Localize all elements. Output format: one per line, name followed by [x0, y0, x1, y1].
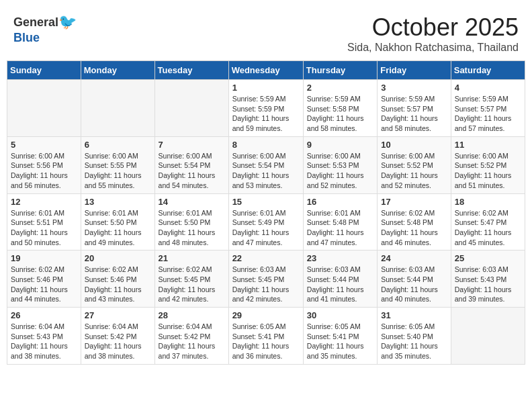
- calendar-week-row: 19Sunrise: 6:02 AM Sunset: 5:46 PM Dayli…: [7, 250, 525, 308]
- calendar-week-row: 1Sunrise: 5:59 AM Sunset: 5:59 PM Daylig…: [7, 80, 525, 137]
- day-number: 19: [11, 253, 77, 263]
- day-info: Sunrise: 6:00 AM Sunset: 5:52 PM Dayligh…: [455, 151, 521, 191]
- day-of-week-header: Thursday: [303, 61, 377, 80]
- calendar-cell: 23Sunrise: 6:03 AM Sunset: 5:44 PM Dayli…: [303, 250, 377, 308]
- day-info: Sunrise: 6:00 AM Sunset: 5:56 PM Dayligh…: [11, 151, 77, 191]
- day-number: 29: [232, 310, 300, 320]
- day-info: Sunrise: 6:02 AM Sunset: 5:46 PM Dayligh…: [11, 265, 77, 304]
- day-number: 11: [455, 140, 521, 150]
- calendar-cell: 1Sunrise: 5:59 AM Sunset: 5:59 PM Daylig…: [228, 80, 303, 137]
- day-info: Sunrise: 6:02 AM Sunset: 5:48 PM Dayligh…: [381, 208, 447, 248]
- day-info: Sunrise: 6:03 AM Sunset: 5:44 PM Dayligh…: [381, 265, 447, 304]
- day-of-week-header: Sunday: [7, 61, 81, 80]
- calendar-cell: 14Sunrise: 6:01 AM Sunset: 5:50 PM Dayli…: [154, 193, 228, 250]
- calendar-cell: 25Sunrise: 6:03 AM Sunset: 5:43 PM Dayli…: [451, 250, 525, 308]
- calendar-cell: 21Sunrise: 6:02 AM Sunset: 5:45 PM Dayli…: [154, 250, 228, 308]
- calendar-cell: 12Sunrise: 6:01 AM Sunset: 5:51 PM Dayli…: [7, 193, 81, 250]
- calendar-cell: 24Sunrise: 6:03 AM Sunset: 5:44 PM Dayli…: [378, 250, 451, 308]
- day-number: 14: [159, 197, 225, 207]
- calendar-cell: 13Sunrise: 6:01 AM Sunset: 5:50 PM Dayli…: [81, 193, 154, 250]
- page-header: General 🐦 Blue October 2025 Sida, Nakhon…: [7, 7, 525, 57]
- calendar-header-row: SundayMondayTuesdayWednesdayThursdayFrid…: [7, 61, 525, 80]
- title-block: October 2025 Sida, Nakhon Ratchasima, Th…: [347, 13, 519, 54]
- day-number: 31: [381, 310, 447, 320]
- calendar-cell: 8Sunrise: 6:00 AM Sunset: 5:54 PM Daylig…: [228, 136, 303, 193]
- logo: General 🐦 Blue: [13, 13, 77, 45]
- calendar-cell: [7, 80, 81, 137]
- calendar-cell: 10Sunrise: 6:00 AM Sunset: 5:52 PM Dayli…: [378, 136, 451, 193]
- day-info: Sunrise: 5:59 AM Sunset: 5:58 PM Dayligh…: [307, 94, 373, 134]
- day-info: Sunrise: 5:59 AM Sunset: 5:57 PM Dayligh…: [455, 94, 521, 134]
- day-number: 25: [455, 253, 521, 263]
- calendar-cell: 17Sunrise: 6:02 AM Sunset: 5:48 PM Dayli…: [378, 193, 451, 250]
- location-title: Sida, Nakhon Ratchasima, Thailand: [347, 42, 519, 54]
- calendar-cell: 3Sunrise: 5:59 AM Sunset: 5:57 PM Daylig…: [378, 80, 451, 137]
- calendar-cell: 7Sunrise: 6:00 AM Sunset: 5:54 PM Daylig…: [154, 136, 228, 193]
- calendar-cell: [154, 80, 228, 137]
- day-info: Sunrise: 6:02 AM Sunset: 5:47 PM Dayligh…: [455, 208, 521, 248]
- day-info: Sunrise: 6:04 AM Sunset: 5:42 PM Dayligh…: [159, 322, 225, 361]
- day-of-week-header: Monday: [81, 61, 154, 80]
- calendar-cell: 22Sunrise: 6:03 AM Sunset: 5:45 PM Dayli…: [228, 250, 303, 308]
- calendar-cell: 2Sunrise: 5:59 AM Sunset: 5:58 PM Daylig…: [303, 80, 377, 137]
- day-number: 20: [85, 253, 151, 263]
- calendar-cell: 27Sunrise: 6:04 AM Sunset: 5:42 PM Dayli…: [81, 308, 154, 365]
- day-info: Sunrise: 6:03 AM Sunset: 5:45 PM Dayligh…: [232, 265, 300, 304]
- day-number: 17: [381, 197, 447, 207]
- calendar-cell: 26Sunrise: 6:04 AM Sunset: 5:43 PM Dayli…: [7, 308, 81, 365]
- day-number: 26: [11, 310, 77, 320]
- day-of-week-header: Friday: [378, 61, 451, 80]
- calendar-week-row: 26Sunrise: 6:04 AM Sunset: 5:43 PM Dayli…: [7, 308, 525, 365]
- day-number: 6: [85, 140, 151, 150]
- calendar-cell: 5Sunrise: 6:00 AM Sunset: 5:56 PM Daylig…: [7, 136, 81, 193]
- day-number: 28: [159, 310, 225, 320]
- day-number: 1: [232, 83, 300, 93]
- day-number: 22: [232, 253, 300, 263]
- calendar-cell: 28Sunrise: 6:04 AM Sunset: 5:42 PM Dayli…: [154, 308, 228, 365]
- day-number: 5: [11, 140, 77, 150]
- calendar-cell: 19Sunrise: 6:02 AM Sunset: 5:46 PM Dayli…: [7, 250, 81, 308]
- day-info: Sunrise: 6:00 AM Sunset: 5:53 PM Dayligh…: [307, 151, 373, 191]
- day-info: Sunrise: 6:03 AM Sunset: 5:44 PM Dayligh…: [307, 265, 373, 304]
- calendar-cell: 15Sunrise: 6:01 AM Sunset: 5:49 PM Dayli…: [228, 193, 303, 250]
- calendar-cell: 4Sunrise: 5:59 AM Sunset: 5:57 PM Daylig…: [451, 80, 525, 137]
- day-info: Sunrise: 5:59 AM Sunset: 5:57 PM Dayligh…: [381, 94, 447, 134]
- calendar-cell: 9Sunrise: 6:00 AM Sunset: 5:53 PM Daylig…: [303, 136, 377, 193]
- day-info: Sunrise: 6:01 AM Sunset: 5:49 PM Dayligh…: [232, 208, 300, 248]
- day-info: Sunrise: 6:01 AM Sunset: 5:50 PM Dayligh…: [85, 208, 151, 248]
- day-of-week-header: Saturday: [451, 61, 525, 80]
- logo-general-text: General: [13, 15, 58, 30]
- day-of-week-header: Wednesday: [228, 61, 303, 80]
- calendar-cell: 31Sunrise: 6:05 AM Sunset: 5:40 PM Dayli…: [378, 308, 451, 365]
- day-info: Sunrise: 6:02 AM Sunset: 5:45 PM Dayligh…: [159, 265, 225, 304]
- day-number: 4: [455, 83, 521, 93]
- day-number: 21: [159, 253, 225, 263]
- day-number: 24: [381, 253, 447, 263]
- logo-blue-text: Blue: [13, 31, 40, 45]
- calendar-cell: 30Sunrise: 6:05 AM Sunset: 5:41 PM Dayli…: [303, 308, 377, 365]
- day-number: 3: [381, 83, 447, 93]
- day-number: 15: [232, 197, 300, 207]
- day-info: Sunrise: 6:05 AM Sunset: 5:41 PM Dayligh…: [307, 322, 373, 361]
- day-info: Sunrise: 6:03 AM Sunset: 5:43 PM Dayligh…: [455, 265, 521, 304]
- day-number: 23: [307, 253, 373, 263]
- calendar-week-row: 5Sunrise: 6:00 AM Sunset: 5:56 PM Daylig…: [7, 136, 525, 193]
- calendar-cell: 29Sunrise: 6:05 AM Sunset: 5:41 PM Dayli…: [228, 308, 303, 365]
- calendar-cell: 16Sunrise: 6:01 AM Sunset: 5:48 PM Dayli…: [303, 193, 377, 250]
- day-info: Sunrise: 6:04 AM Sunset: 5:42 PM Dayligh…: [85, 322, 151, 361]
- day-of-week-header: Tuesday: [154, 61, 228, 80]
- day-number: 10: [381, 140, 447, 150]
- calendar-week-row: 12Sunrise: 6:01 AM Sunset: 5:51 PM Dayli…: [7, 193, 525, 250]
- day-info: Sunrise: 6:01 AM Sunset: 5:50 PM Dayligh…: [159, 208, 225, 248]
- day-number: 7: [159, 140, 225, 150]
- calendar-table: SundayMondayTuesdayWednesdayThursdayFrid…: [7, 60, 525, 365]
- logo-bird-icon: 🐦: [58, 13, 77, 31]
- calendar-body: 1Sunrise: 5:59 AM Sunset: 5:59 PM Daylig…: [7, 80, 525, 365]
- day-info: Sunrise: 6:05 AM Sunset: 5:40 PM Dayligh…: [381, 322, 447, 361]
- calendar-cell: 20Sunrise: 6:02 AM Sunset: 5:46 PM Dayli…: [81, 250, 154, 308]
- calendar-cell: 18Sunrise: 6:02 AM Sunset: 5:47 PM Dayli…: [451, 193, 525, 250]
- day-info: Sunrise: 6:00 AM Sunset: 5:54 PM Dayligh…: [159, 151, 225, 191]
- calendar-cell: [451, 308, 525, 365]
- calendar-cell: [81, 80, 154, 137]
- day-number: 18: [455, 197, 521, 207]
